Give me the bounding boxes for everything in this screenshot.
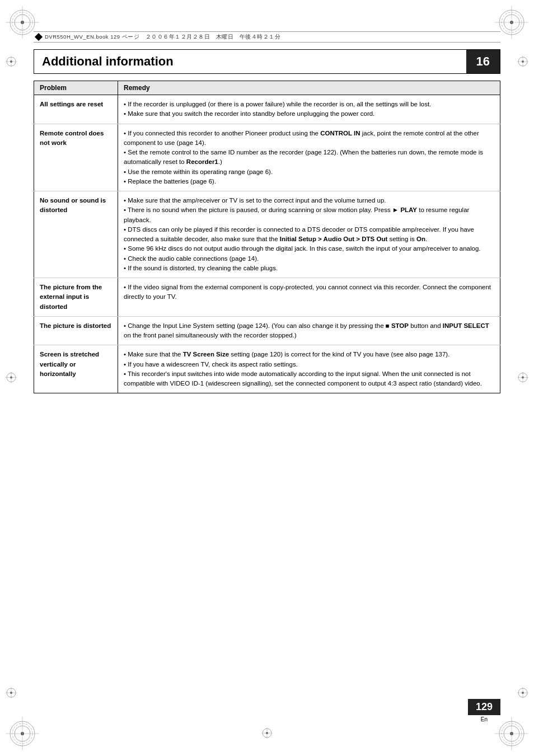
reg-mark-right-bot [517, 687, 528, 700]
chapter-box: 16 [466, 50, 500, 73]
page-number: 129 [476, 701, 493, 712]
remedy-cell: • If the video signal from the external … [118, 278, 500, 317]
reg-mark-bottom-center [261, 727, 273, 740]
table-row: Remote control does not work • If you co… [34, 124, 500, 191]
table-row: Screen is stretched vertically or horizo… [34, 345, 500, 393]
table-row: No sound or sound is distorted • Make su… [34, 191, 500, 278]
file-info-text: DVR550H_WV_EN.book 129 ページ ２００６年１２月２８日 木… [45, 34, 280, 41]
reg-mark-left-bot [6, 687, 17, 700]
col-header-remedy: Remedy [118, 81, 500, 95]
remedy-cell: • If you connected this recorder to anot… [118, 124, 500, 191]
reg-mark-left-mid [6, 372, 17, 384]
reg-mark-left-top [6, 56, 17, 69]
problem-cell: No sound or sound is distorted [34, 191, 118, 278]
main-content: Additional information 16 Problem Remedy… [34, 49, 500, 689]
chapter-number: 16 [476, 54, 490, 69]
problem-cell: Remote control does not work [34, 124, 118, 191]
info-table: Problem Remedy All settings are reset • … [34, 81, 500, 393]
remedy-cell: • Make sure that the amp/receiver or TV … [118, 191, 500, 278]
page-number-box: 129 [468, 699, 500, 715]
page-title-box: Additional information [34, 50, 466, 73]
remedy-cell: • Make sure that the TV Screen Size sett… [118, 345, 500, 393]
reg-mark-right-top [517, 56, 528, 69]
col-header-problem: Problem [34, 81, 118, 95]
remedy-cell: • Change the Input Line System setting (… [118, 316, 500, 345]
page-lang-label: En [481, 716, 488, 722]
page-header: Additional information 16 [34, 49, 500, 74]
file-info-bar: DVR550H_WV_EN.book 129 ページ ２００６年１２月２８日 木… [34, 31, 500, 43]
problem-cell: The picture is distorted [34, 316, 118, 345]
page-number-area: 129 En [468, 699, 500, 722]
page-title: Additional information [42, 54, 174, 68]
table-row: All settings are reset • If the recorder… [34, 95, 500, 124]
problem-cell: Screen is stretched vertically or horizo… [34, 345, 118, 393]
problem-cell: The picture from the external input is d… [34, 278, 118, 317]
problem-cell: All settings are reset [34, 95, 118, 124]
diamond-icon [35, 33, 43, 41]
corner-decoration-bl [6, 717, 39, 750]
table-row: The picture from the external input is d… [34, 278, 500, 317]
table-row: The picture is distorted • Change the In… [34, 316, 500, 345]
remedy-cell: • If the recorder is unplugged (or there… [118, 95, 500, 124]
reg-mark-right-mid [517, 372, 528, 384]
